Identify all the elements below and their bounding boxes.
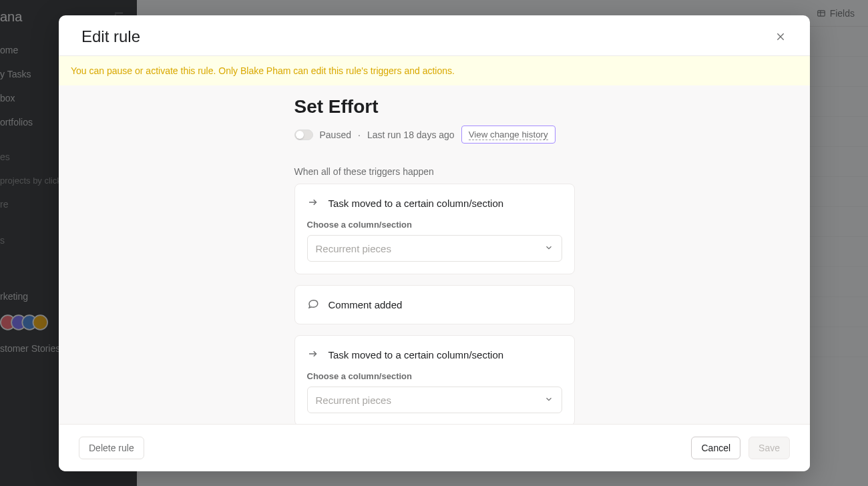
trigger-title: Task moved to a certain column/section (329, 198, 504, 209)
trigger-card[interactable]: Task moved to a certain column/section C… (294, 184, 575, 274)
section-select[interactable]: Recurrent pieces (307, 235, 562, 262)
modal-body: Set Effort Paused · Last run 18 days ago… (59, 85, 810, 424)
trigger-title: Comment added (329, 299, 403, 310)
rule-name: Set Effort (294, 96, 575, 117)
rule-status-row: Paused · Last run 18 days ago View chang… (294, 126, 575, 144)
view-history-button[interactable]: View change history (461, 126, 556, 144)
field-label: Choose a column/section (307, 220, 562, 230)
arrow-right-icon (307, 196, 319, 210)
chevron-down-icon (544, 395, 554, 406)
modal-footer: Delete rule Cancel Save (59, 424, 810, 471)
comment-icon (307, 298, 319, 312)
modal-title: Edit rule (81, 27, 140, 46)
arrow-right-icon (307, 348, 319, 362)
edit-rule-modal: Edit rule You can pause or activate this… (59, 15, 810, 471)
modal-header: Edit rule (59, 15, 810, 56)
delete-rule-button[interactable]: Delete rule (79, 437, 144, 459)
last-run-label: Last run 18 days ago (367, 130, 455, 140)
trigger-card[interactable]: Comment added (294, 285, 575, 324)
trigger-card[interactable]: Task moved to a certain column/section C… (294, 335, 575, 424)
section-select[interactable]: Recurrent pieces (307, 387, 562, 413)
permission-banner: You can pause or activate this rule. Onl… (59, 56, 810, 85)
trigger-title: Task moved to a certain column/section (329, 349, 504, 360)
select-value: Recurrent pieces (316, 243, 391, 254)
chevron-down-icon (544, 243, 554, 254)
paused-label: Paused (320, 130, 351, 140)
triggers-section-label: When all of these triggers happen (294, 166, 575, 177)
pause-toggle[interactable] (294, 130, 313, 140)
select-value: Recurrent pieces (316, 395, 391, 406)
field-label: Choose a column/section (307, 371, 562, 381)
save-button[interactable]: Save (748, 437, 790, 459)
close-button[interactable] (771, 27, 790, 46)
cancel-button[interactable]: Cancel (691, 437, 740, 459)
